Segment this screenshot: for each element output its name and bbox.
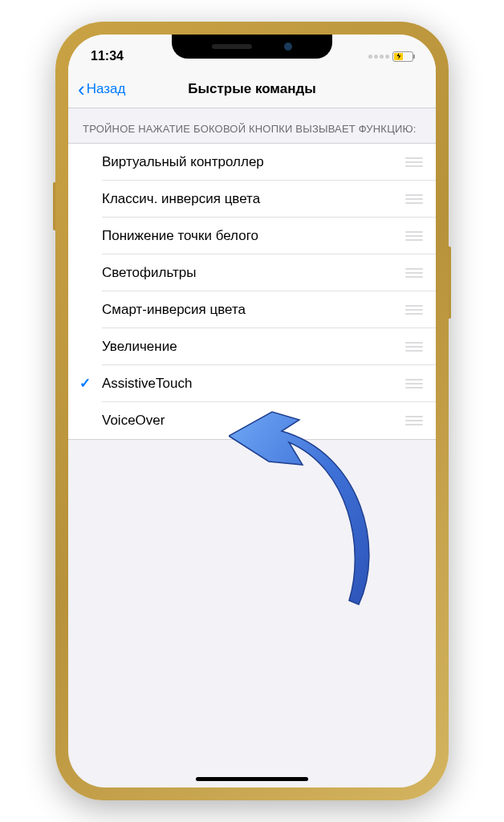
status-time: 11:34 xyxy=(91,49,124,63)
nav-bar: ‹ Назад Быстрые команды xyxy=(68,70,436,108)
list-item-label: Увеличение xyxy=(102,339,405,355)
list-item[interactable]: Понижение точки белого xyxy=(68,218,436,254)
speaker xyxy=(212,44,252,49)
list-item[interactable]: Светофильтры xyxy=(68,254,436,291)
reorder-handle-icon[interactable] xyxy=(405,157,423,167)
back-button[interactable]: ‹ Назад xyxy=(78,79,125,100)
list-item[interactable]: Виртуальный контроллер xyxy=(68,144,436,181)
notch xyxy=(172,35,332,59)
list-item-label: VoiceOver xyxy=(102,413,405,429)
list-item-label: Смарт-инверсия цвета xyxy=(102,302,405,318)
section-header: ТРОЙНОЕ НАЖАТИЕ БОКОВОЙ КНОПКИ ВЫЗЫВАЕТ … xyxy=(68,108,436,143)
list-item-label: Классич. инверсия цвета xyxy=(102,191,405,207)
phone-frame: 11:34 ‹ Назад Быстрые команды ТРОЙНОЕ НА… xyxy=(55,22,449,800)
reorder-handle-icon[interactable] xyxy=(405,194,423,204)
list-item[interactable]: VoiceOver xyxy=(68,402,436,439)
screen: 11:34 ‹ Назад Быстрые команды ТРОЙНОЕ НА… xyxy=(68,35,436,787)
home-indicator[interactable] xyxy=(196,777,308,781)
signal-icon xyxy=(368,55,389,59)
front-camera xyxy=(284,43,292,51)
list-item-label: Светофильтры xyxy=(102,265,405,281)
chevron-left-icon: ‹ xyxy=(78,79,85,100)
status-right xyxy=(368,51,413,62)
reorder-handle-icon[interactable] xyxy=(405,416,423,425)
list-item[interactable]: ✓AssistiveTouch xyxy=(68,365,436,402)
list-item-label: AssistiveTouch xyxy=(102,376,405,392)
list-item-label: Понижение точки белого xyxy=(102,228,405,244)
list-item-label: Виртуальный контроллер xyxy=(102,154,405,170)
back-label: Назад xyxy=(87,81,126,97)
battery-charging-icon xyxy=(394,53,403,60)
list-item[interactable]: Классич. инверсия цвета xyxy=(68,181,436,218)
reorder-handle-icon[interactable] xyxy=(405,342,423,352)
battery-icon xyxy=(392,51,413,62)
shortcut-list: Виртуальный контроллерКлассич. инверсия … xyxy=(68,143,436,440)
reorder-handle-icon[interactable] xyxy=(405,379,423,389)
list-item[interactable]: Смарт-инверсия цвета xyxy=(68,291,436,328)
checkmark-icon: ✓ xyxy=(79,375,91,392)
list-item[interactable]: Увеличение xyxy=(68,328,436,365)
nav-title: Быстрые команды xyxy=(188,81,315,97)
reorder-handle-icon[interactable] xyxy=(405,268,423,278)
reorder-handle-icon[interactable] xyxy=(405,231,423,241)
reorder-handle-icon[interactable] xyxy=(405,305,423,315)
